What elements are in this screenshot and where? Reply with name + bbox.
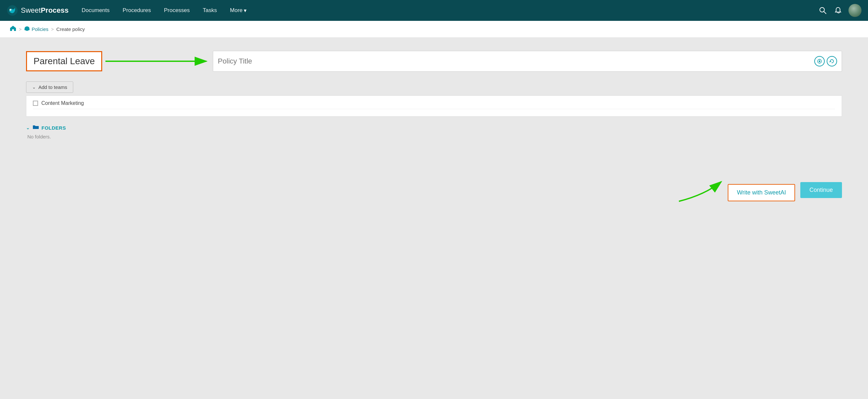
bottom-actions: Write with SweetAI Continue (26, 178, 842, 201)
breadcrumb-current: Create policy (56, 26, 85, 32)
svg-line-3 (824, 11, 826, 14)
main-content: Parental Leave (0, 38, 868, 398)
nav-links: Documents Procedures Processes Tasks Mor… (82, 7, 818, 14)
breadcrumb-separator-1: > (19, 27, 22, 32)
team-checkbox-content-marketing[interactable] (33, 101, 38, 106)
title-annotation-area: Parental Leave (26, 51, 842, 72)
nav-documents[interactable]: Documents (82, 7, 110, 14)
teams-dropdown: Content Marketing (26, 95, 842, 117)
add-teams-section: ⌄ Add to teams Content Marketing (26, 81, 842, 117)
folders-header[interactable]: ⌄ FOLDERS (26, 124, 842, 131)
team-divider (33, 109, 835, 109)
nav-more[interactable]: More ▾ (230, 7, 247, 14)
nav-procedures[interactable]: Procedures (123, 7, 151, 14)
policy-title-wrapper (213, 51, 842, 72)
folders-section: ⌄ FOLDERS No folders. (26, 124, 842, 139)
brand-logo[interactable]: SweetProcess (6, 5, 69, 16)
no-folders-text: No folders. (27, 134, 842, 139)
policy-title-input[interactable] (218, 57, 811, 65)
nav-processes[interactable]: Processes (164, 7, 190, 14)
bottom-annotation-arrow (673, 178, 731, 204)
write-sweetai-button[interactable]: Write with SweetAI (728, 184, 795, 201)
chevron-down-icon: ⌄ (32, 85, 36, 90)
search-button[interactable] (818, 5, 828, 15)
ai-suggest-button[interactable] (814, 56, 825, 66)
folder-icon (33, 124, 39, 131)
breadcrumb: > Policies > Create policy (0, 21, 868, 38)
add-teams-button[interactable]: ⌄ Add to teams (26, 81, 73, 93)
breadcrumb-home[interactable] (10, 25, 16, 33)
title-actions (814, 56, 837, 66)
title-row: Parental Leave (26, 51, 842, 72)
brand-name: SweetProcess (21, 6, 69, 15)
svg-point-7 (819, 61, 820, 62)
refresh-button[interactable] (827, 56, 837, 66)
user-avatar[interactable] (848, 4, 862, 17)
navbar: SweetProcess Documents Procedures Proces… (0, 0, 868, 21)
nav-icons (818, 4, 862, 17)
breadcrumb-separator-2: > (51, 27, 54, 32)
annotation-arrow (102, 51, 213, 72)
team-item: Content Marketing (33, 100, 835, 106)
notification-button[interactable] (834, 5, 843, 15)
parental-leave-label: Parental Leave (26, 51, 102, 71)
svg-point-1 (9, 9, 11, 11)
breadcrumb-policies[interactable]: Policies (24, 26, 49, 33)
policies-icon (24, 26, 30, 33)
chevron-down-icon: ⌄ (26, 125, 30, 130)
nav-tasks[interactable]: Tasks (203, 7, 217, 14)
continue-button[interactable]: Continue (800, 182, 842, 198)
